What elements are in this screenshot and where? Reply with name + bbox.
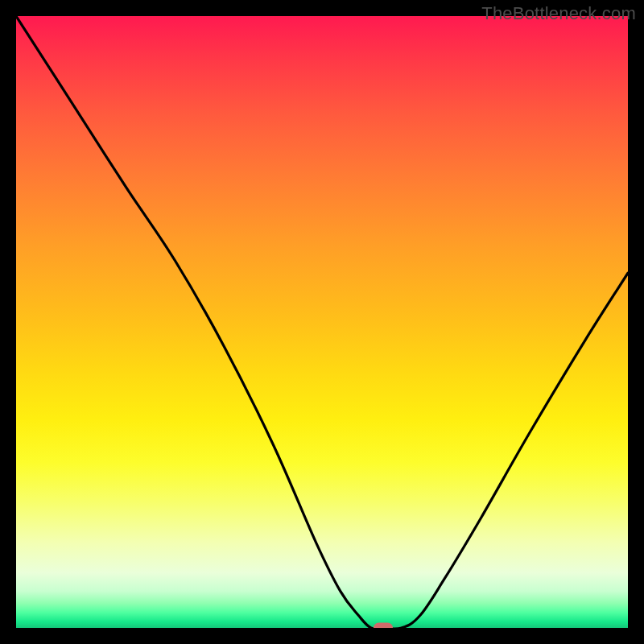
chart-frame: TheBottleneck.com <box>0 0 644 644</box>
plot-area <box>16 16 628 628</box>
watermark-text: TheBottleneck.com <box>481 3 636 24</box>
optimal-point-marker <box>374 623 393 629</box>
bottleneck-curve <box>16 16 628 628</box>
